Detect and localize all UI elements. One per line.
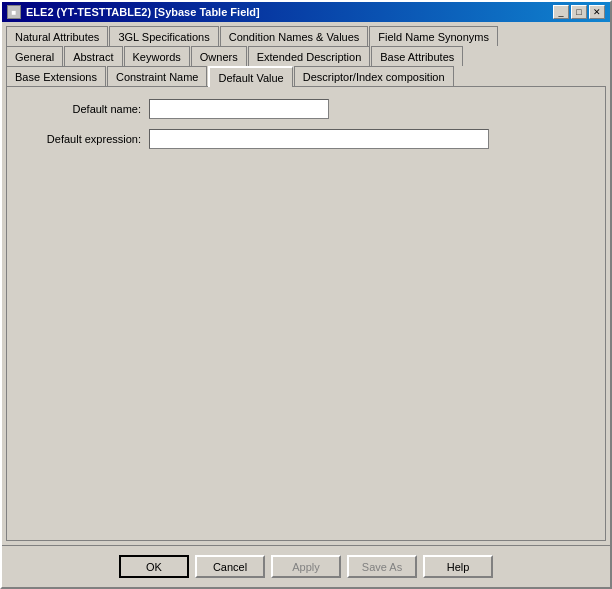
tab-default-value[interactable]: Default Value bbox=[208, 66, 292, 87]
tab-field-name-synonyms[interactable]: Field Name Synonyms bbox=[369, 26, 498, 46]
window-title: ELE2 (YT-TESTTABLE2) [Sybase Table Field… bbox=[26, 6, 260, 18]
tab-natural-attributes[interactable]: Natural Attributes bbox=[6, 26, 108, 46]
tab-general[interactable]: General bbox=[6, 46, 63, 66]
window-icon: ■ bbox=[7, 5, 21, 19]
button-bar: OK Cancel Apply Save As Help bbox=[2, 545, 610, 587]
minimize-button[interactable]: _ bbox=[553, 5, 569, 19]
title-bar-text: ■ ELE2 (YT-TESTTABLE2) [Sybase Table Fie… bbox=[7, 5, 260, 19]
default-expression-input[interactable] bbox=[149, 129, 489, 149]
ok-button[interactable]: OK bbox=[119, 555, 189, 578]
tabs-row1: Natural Attributes 3GL Specifications Co… bbox=[6, 26, 606, 46]
tab-constraint-name[interactable]: Constraint Name bbox=[107, 66, 208, 86]
content-area: Natural Attributes 3GL Specifications Co… bbox=[2, 22, 610, 545]
tab-keywords[interactable]: Keywords bbox=[124, 46, 190, 66]
default-name-input[interactable] bbox=[149, 99, 329, 119]
default-name-label: Default name: bbox=[19, 103, 149, 115]
tab-extended-description[interactable]: Extended Description bbox=[248, 46, 371, 66]
tabs-row3: Base Extensions Constraint Name Default … bbox=[6, 66, 606, 86]
tab-descriptor-index[interactable]: Descriptor/Index composition bbox=[294, 66, 454, 86]
tabs-row2: General Abstract Keywords Owners Extende… bbox=[6, 46, 606, 66]
tab-condition-names[interactable]: Condition Names & Values bbox=[220, 26, 369, 46]
cancel-button[interactable]: Cancel bbox=[195, 555, 265, 578]
maximize-button[interactable]: □ bbox=[571, 5, 587, 19]
tab-3gl-specifications[interactable]: 3GL Specifications bbox=[109, 26, 218, 46]
default-expression-label: Default expression: bbox=[19, 133, 149, 145]
tab-abstract[interactable]: Abstract bbox=[64, 46, 122, 66]
main-window: ■ ELE2 (YT-TESTTABLE2) [Sybase Table Fie… bbox=[0, 0, 612, 589]
save-as-button[interactable]: Save As bbox=[347, 555, 417, 578]
tab-base-extensions[interactable]: Base Extensions bbox=[6, 66, 106, 86]
default-name-row: Default name: bbox=[19, 99, 593, 119]
default-expression-row: Default expression: bbox=[19, 129, 593, 149]
title-bar: ■ ELE2 (YT-TESTTABLE2) [Sybase Table Fie… bbox=[2, 2, 610, 22]
tab-base-attributes[interactable]: Base Attributes bbox=[371, 46, 463, 66]
apply-button[interactable]: Apply bbox=[271, 555, 341, 578]
tab-owners[interactable]: Owners bbox=[191, 46, 247, 66]
close-button[interactable]: ✕ bbox=[589, 5, 605, 19]
title-controls: _ □ ✕ bbox=[553, 5, 605, 19]
help-button[interactable]: Help bbox=[423, 555, 493, 578]
tab-panel-default-value: Default name: Default expression: bbox=[6, 86, 606, 541]
